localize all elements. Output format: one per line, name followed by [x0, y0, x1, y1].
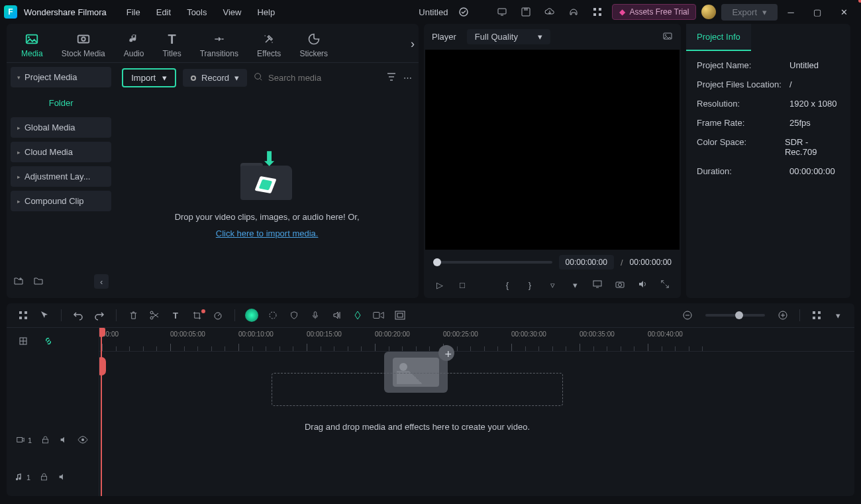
menu-file[interactable]: File — [127, 7, 140, 17]
zoom-in-icon[interactable] — [776, 310, 790, 321]
tab-stock-media[interactable]: Stock Media — [52, 28, 115, 62]
sidebar-folder[interactable]: Folder — [11, 91, 111, 117]
fullscreen-icon[interactable] — [658, 279, 672, 291]
cloud-icon[interactable] — [540, 3, 559, 21]
lock-icon[interactable] — [41, 435, 50, 446]
ai-icon[interactable] — [244, 309, 259, 322]
media-drop-zone[interactable]: ⬇ Drop your video clips, images, or audi… — [115, 93, 419, 298]
eye-icon[interactable] — [77, 436, 88, 446]
minimize-button[interactable]: ─ — [778, 0, 804, 24]
pointer-icon[interactable] — [37, 310, 52, 321]
keyframe-icon[interactable] — [350, 310, 365, 321]
tab-transitions[interactable]: Transitions — [191, 28, 248, 62]
redo-icon[interactable] — [92, 310, 107, 321]
mark-out-icon[interactable]: } — [523, 280, 536, 290]
aspect-icon[interactable] — [393, 311, 407, 320]
mic-icon[interactable] — [308, 310, 323, 321]
speed-icon[interactable] — [211, 310, 225, 321]
sidebar-global-media[interactable]: ▸Global Media — [11, 117, 111, 138]
audio-mixer-icon[interactable] — [329, 310, 344, 321]
tab-stickers[interactable]: Stickers — [290, 28, 337, 62]
marker-icon[interactable]: ▿ — [546, 280, 559, 290]
svg-rect-35 — [813, 317, 815, 319]
snapshot-icon[interactable] — [662, 30, 673, 43]
volume-icon[interactable] — [636, 279, 649, 291]
sidebar-compound-clip[interactable]: ▸Compound Clip — [11, 191, 111, 211]
player-viewport[interactable] — [425, 50, 680, 250]
record-button[interactable]: Record▾ — [183, 69, 247, 87]
headphones-icon[interactable] — [564, 3, 583, 21]
text-icon[interactable]: T — [168, 311, 183, 321]
chevron-down-icon[interactable]: ▾ — [568, 280, 582, 290]
sidebar-adjustment-layer[interactable]: ▸Adjustment Lay... — [11, 166, 111, 187]
menu-view[interactable]: View — [223, 7, 241, 17]
svg-rect-8 — [26, 35, 38, 44]
import-link[interactable]: Click here to import media. — [216, 228, 319, 238]
svg-point-14 — [255, 74, 261, 79]
assets-trial-button[interactable]: ◆ Assets Free Trial — [612, 4, 696, 20]
stop-button[interactable]: □ — [456, 280, 469, 290]
chevron-right-icon: ▸ — [17, 125, 21, 131]
zoom-slider[interactable] — [705, 314, 765, 317]
apps-icon[interactable] — [588, 3, 607, 21]
display-settings-icon[interactable] — [591, 279, 604, 291]
grid-icon[interactable] — [16, 310, 30, 321]
tab-effects[interactable]: Effects — [248, 28, 290, 62]
zoom-out-icon[interactable] — [680, 310, 695, 321]
link-icon[interactable] — [41, 336, 56, 346]
more-icon[interactable]: ⋯ — [403, 73, 412, 83]
search-input[interactable] — [268, 73, 380, 83]
filter-icon[interactable] — [386, 72, 397, 84]
folder-icon[interactable] — [33, 276, 44, 288]
undo-icon[interactable] — [71, 310, 85, 321]
video-track-header[interactable]: 1 — [7, 422, 99, 459]
export-button[interactable]: Export ▾ — [721, 4, 778, 21]
new-folder-icon[interactable] — [13, 276, 24, 288]
tab-titles[interactable]: TTitles — [153, 28, 190, 62]
svg-point-12 — [264, 35, 266, 36]
menu-edit[interactable]: Edit — [156, 7, 171, 17]
camera-icon[interactable] — [613, 279, 627, 291]
close-button[interactable]: ✕ — [831, 0, 857, 24]
tab-media[interactable]: Media — [12, 28, 52, 62]
tabs-more-icon[interactable]: › — [411, 37, 415, 51]
chevron-down-icon[interactable]: ▾ — [831, 311, 845, 321]
chevron-down-icon: ▾ — [234, 73, 239, 83]
unsaved-icon[interactable] — [454, 3, 473, 21]
color-icon[interactable] — [266, 310, 280, 321]
maximize-button[interactable]: ▢ — [804, 0, 831, 24]
track-view-icon[interactable] — [809, 311, 824, 320]
sidebar-cloud-media[interactable]: ▸Cloud Media — [11, 142, 111, 162]
avatar-icon[interactable] — [701, 5, 716, 19]
mute-icon[interactable] — [58, 472, 67, 483]
import-button[interactable]: Import▾ — [122, 68, 176, 87]
tab-audio[interactable]: Audio — [115, 28, 154, 62]
timeline-tracks[interactable]: 00:0000:00:05:0000:00:10:0000:00:15:0000… — [99, 328, 854, 496]
lock-icon[interactable] — [40, 472, 48, 483]
menu-tools[interactable]: Tools — [187, 7, 207, 17]
mark-in-icon[interactable]: { — [501, 280, 514, 290]
timeline-ruler[interactable]: 00:0000:00:05:0000:00:10:0000:00:15:0000… — [99, 328, 854, 352]
audio-track-header[interactable]: 1 — [7, 459, 99, 496]
split-icon[interactable] — [147, 310, 162, 321]
playhead[interactable] — [101, 328, 102, 496]
magnet-icon[interactable] — [16, 336, 30, 346]
chevron-down-icon: ▾ — [17, 74, 21, 81]
quality-select[interactable]: Full Quality▾ — [467, 29, 550, 44]
mute-icon[interactable] — [59, 435, 68, 446]
crop-icon[interactable] — [189, 311, 204, 321]
sidebar-project-media[interactable]: ▾Project Media — [11, 67, 111, 87]
render-icon[interactable] — [372, 311, 386, 320]
save-icon[interactable] — [517, 3, 535, 21]
svg-rect-29 — [374, 313, 380, 319]
menu-help[interactable]: Help — [257, 7, 275, 17]
play-button[interactable]: ▷ — [433, 280, 446, 290]
svg-point-9 — [28, 36, 30, 38]
scrubber[interactable] — [433, 261, 552, 264]
shield-icon[interactable] — [287, 310, 301, 321]
svg-point-25 — [150, 317, 153, 319]
project-info-tab[interactable]: Project Info — [686, 24, 751, 51]
display-icon[interactable] — [493, 3, 511, 21]
delete-icon[interactable] — [126, 311, 140, 321]
collapse-sidebar-button[interactable]: ‹ — [94, 274, 109, 289]
